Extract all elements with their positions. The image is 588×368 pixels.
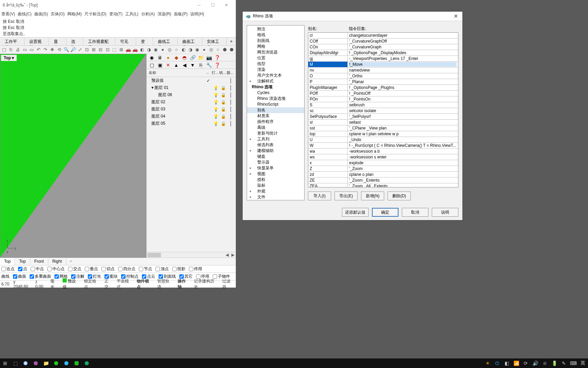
help-tab-icon[interactable]: ❓ (214, 55, 220, 61)
maximize-button[interactable]: ☐ (206, 0, 219, 10)
taskbar[interactable]: ⊞ ⬚ 📁 ☀ ⌬ ◧ 📶 ⟳ 🔊 ⎚ 🔋 ✎ ⌨ 英 (0, 358, 588, 368)
checkbox[interactable] (30, 274, 34, 279)
wechat-icon[interactable] (74, 360, 80, 366)
camera-tab-icon[interactable]: 📷 (206, 55, 212, 61)
toolbar-button[interactable]: ⊟ (98, 47, 103, 53)
col-name[interactable]: 名称 (149, 70, 204, 75)
options-tree[interactable]: 附注格线剖面线网格网页浏览器位置线型渲染用户文件文本注解样式Rhino 选项Cy… (247, 25, 305, 200)
lightbulb-icon[interactable]: 💡 (213, 86, 219, 90)
menu-item[interactable]: 渲染(R) (158, 11, 172, 17)
checkbox[interactable] (1, 267, 6, 271)
scroll-left-icon[interactable]: ◀ (224, 252, 230, 258)
toolbar-button[interactable]: ● (201, 47, 207, 53)
command-history[interactable]: 按 Esc 取消 按 Esc 取消 至选取集合。 (0, 18, 236, 37)
options-tree-node[interactable]: 高级 (247, 125, 304, 131)
options-tree-node[interactable]: RhinoScript (247, 102, 304, 107)
lightbulb-icon[interactable]: 💡 (213, 93, 219, 97)
col-lock[interactable]: 锁... (219, 70, 226, 75)
task-icon[interactable]: ⬚ (12, 360, 18, 366)
move-up-icon[interactable]: ▲ (173, 62, 179, 68)
toolbar-tab[interactable]: 可见性 (115, 37, 136, 45)
alias-row[interactable]: wa-worksession a b (308, 149, 458, 154)
alias-row[interactable]: Sselbrush (308, 102, 458, 108)
toolbar-button[interactable]: ⤢ (77, 47, 83, 53)
task-icon[interactable] (53, 360, 59, 366)
alias-row[interactable]: slsellast (308, 120, 458, 125)
toolbar-tab[interactable]: 工作视窗配置 (83, 37, 115, 45)
panel-scrollbar[interactable]: ◀▶ (147, 252, 236, 258)
status-toggle[interactable]: 锁定格点 (84, 278, 100, 290)
help-icon[interactable]: ❓ (214, 62, 220, 68)
layer-color-swatch[interactable] (228, 121, 234, 126)
options-tree-node[interactable]: 鼠标 (247, 183, 304, 188)
viewport-tab[interactable]: Top (15, 258, 30, 265)
menu-item[interactable]: 查看(V) (1, 11, 15, 17)
status-toggle[interactable]: 智慧轨迹 (157, 278, 174, 290)
restore-defaults-button[interactable]: 还原默认值 (342, 208, 369, 217)
menu-item[interactable]: 分析(A) (141, 11, 155, 17)
alias-row[interactable]: U_Undo (308, 137, 458, 143)
alias-row[interactable]: sst'_CPlane _View plan (308, 125, 458, 131)
toolbar-tab[interactable]: 设置视图 (24, 37, 49, 45)
help-button[interactable]: 说明 (432, 208, 458, 217)
toolbar-button[interactable]: 🖨 (15, 47, 21, 53)
tray-icon[interactable]: ⌨ (570, 360, 576, 366)
toolbar-button[interactable]: ▢ (1, 47, 7, 53)
alias-row[interactable]: ZEA'_Zoom _All _Extents (308, 183, 458, 187)
layer-color-swatch[interactable] (228, 107, 234, 112)
alias-row[interactable]: M (308, 62, 458, 67)
materials-tab-icon[interactable]: ◆ (173, 55, 179, 61)
toolbar-tab[interactable]: 曲面工具 (178, 37, 202, 45)
layer-row[interactable]: 图层 06 💡 🔒 (147, 91, 236, 98)
options-tree-node[interactable]: 插件程序 (247, 119, 304, 125)
options-tree-node[interactable]: 建模辅助 (247, 148, 304, 154)
options-tree-node[interactable]: 位置 (247, 55, 304, 61)
alias-macro-cell[interactable] (348, 62, 458, 67)
toolbar-button[interactable]: ◑ (187, 47, 193, 53)
alias-row[interactable]: POff! _PointsOff (308, 91, 458, 96)
checkbox[interactable] (156, 267, 160, 271)
toolbar-button[interactable]: ↶ (36, 47, 41, 53)
options-tree-node[interactable]: 剖面线 (247, 38, 304, 44)
checkbox[interactable] (139, 267, 143, 271)
explorer-icon[interactable]: 📁 (43, 360, 49, 366)
close-button[interactable]: ✕ (219, 0, 233, 10)
render-tab-icon[interactable]: ● (165, 55, 171, 61)
alias-row[interactable]: zdcplane o plan (308, 172, 458, 178)
options-tree-node[interactable]: 线型 (247, 61, 304, 67)
tray-icon[interactable]: ☀ (485, 360, 491, 366)
checkbox[interactable] (13, 274, 17, 279)
options-tree-node[interactable]: 材质库 (247, 113, 304, 119)
filter-icon[interactable]: ▼ (190, 62, 196, 68)
osnap-checkbox[interactable]: 切点 (101, 266, 115, 272)
tray-icon[interactable]: ⎚ (542, 360, 548, 366)
layer-color-swatch[interactable] (228, 93, 234, 97)
alias-row[interactable]: P'_Planar (308, 79, 458, 85)
alias-macro-input[interactable] (349, 62, 457, 67)
toolbar-button[interactable]: ○ (174, 47, 179, 53)
alias-row[interactable]: O'_Ortho (308, 73, 458, 79)
options-tree-node[interactable]: Cycles (247, 90, 304, 96)
toolbar-tab[interactable]: 显示 (49, 37, 66, 45)
layer-states-icon[interactable]: ⎘ (198, 62, 204, 68)
toolbar-button[interactable]: ◑ (146, 47, 152, 53)
status-toggle[interactable]: 记录建构历史 (194, 278, 218, 290)
battery-icon[interactable]: 🔋 (551, 360, 557, 366)
dialog-close-button[interactable]: ✕ (452, 13, 460, 19)
alias-row[interactable]: COff'_CurvatureGraphOff (308, 39, 458, 44)
alias-row[interactable]: scselcolor isolate (308, 108, 458, 114)
alias-row[interactable]: ws-worksession s enter (308, 154, 458, 160)
menu-item[interactable]: 说明(H) (190, 11, 204, 17)
menu-item[interactable]: 尺寸标注(D) (84, 11, 107, 17)
options-tree-node[interactable]: 键盘 (247, 154, 304, 159)
viewport-tab[interactable]: Top (0, 258, 15, 265)
layer-row[interactable]: 图层 03 💡 🔒 (147, 106, 236, 113)
alias-row[interactable]: xexplode (308, 160, 458, 166)
menu-item[interactable]: 变动(T) (109, 11, 122, 17)
osnap-checkbox[interactable]: 节点 (139, 266, 152, 272)
options-tree-node[interactable]: 文件 (247, 194, 304, 200)
toolbar-tab[interactable]: 变动 (136, 37, 153, 45)
menu-item[interactable]: 曲线(C) (18, 11, 32, 17)
col-current[interactable]: ... (204, 70, 211, 75)
new-layer-icon[interactable]: ▢ (149, 62, 155, 68)
